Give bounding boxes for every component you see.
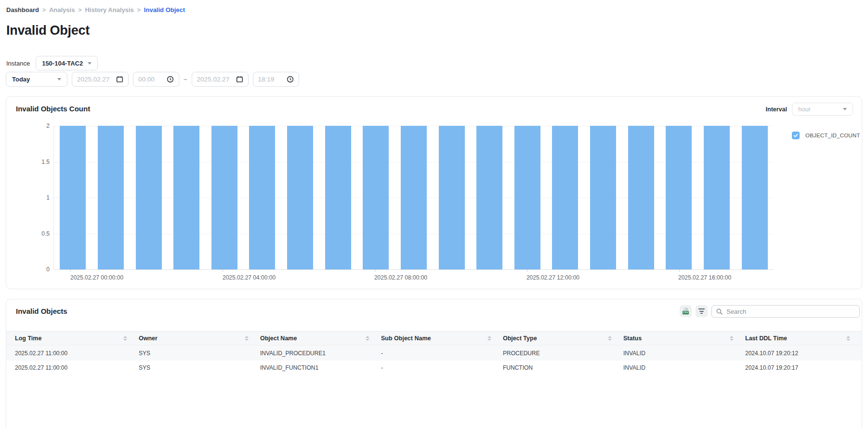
instance-label: Instance: [6, 60, 30, 67]
clock-icon[interactable]: [167, 76, 174, 83]
sort-icon[interactable]: [123, 336, 127, 341]
breadcrumb-item-invalid-object[interactable]: Invalid Object: [144, 6, 185, 13]
svg-text:CSV: CSV: [683, 311, 688, 314]
instance-row: Instance 150-104-TAC2: [6, 56, 98, 70]
sort-icon[interactable]: [245, 336, 249, 341]
y-axis-tick-label: 2: [46, 122, 50, 129]
x-axis-tick-mark: [527, 269, 527, 272]
table-card-title: Invalid Objects: [16, 307, 67, 315]
bar[interactable]: [704, 126, 730, 269]
x-axis-tick-label: 2025.02.27 08:00:00: [374, 274, 427, 281]
table-body: 2025.02.27 11:00:00SYSINVALID_PROCEDURE1…: [6, 346, 862, 375]
column-header-status[interactable]: Status: [623, 332, 745, 345]
column-header-last-ddl-time[interactable]: Last DDL Time: [745, 332, 862, 345]
invalid-objects-card: Invalid Objects CSV Log TimeOwnerObject …: [6, 299, 862, 428]
table-cell: SYS: [139, 364, 260, 371]
bar[interactable]: [249, 126, 275, 269]
breadcrumb-item-dashboard[interactable]: Dashboard: [6, 6, 39, 13]
bar[interactable]: [60, 126, 86, 269]
chart-card-title: Invalid Objects Count: [16, 105, 90, 113]
bar[interactable]: [552, 126, 578, 269]
sort-icon[interactable]: [366, 336, 369, 341]
filter-icon: [698, 308, 705, 314]
table-row[interactable]: 2025.02.27 11:00:00SYSINVALID_FUNCTION1-…: [6, 361, 862, 375]
bar[interactable]: [514, 126, 540, 269]
csv-export-button[interactable]: CSV: [680, 305, 692, 317]
legend-checkbox[interactable]: [792, 132, 800, 139]
y-axis-tick-label: 1: [46, 194, 50, 201]
search-input[interactable]: [725, 308, 855, 316]
bar[interactable]: [628, 126, 654, 269]
x-axis-tick-label: 2025.02.27 16:00:00: [678, 274, 731, 281]
end-date-input[interactable]: 2025.02.27: [192, 72, 249, 87]
x-axis-tick-label: 2025.02.27 12:00:00: [526, 274, 579, 281]
table-cell: SYS: [139, 350, 260, 357]
instance-select[interactable]: 150-104-TAC2: [36, 56, 98, 70]
range-preset-select[interactable]: Today: [6, 72, 67, 87]
start-date-value: 2025.02.27: [77, 76, 110, 83]
interval-select-value: hour: [798, 106, 811, 113]
bar[interactable]: [401, 126, 427, 269]
column-header-sub-object-name[interactable]: Sub Object Name: [381, 332, 503, 345]
legend-label: OBJECT_ID_COUNT: [805, 133, 860, 138]
column-header-label: Status: [623, 335, 642, 342]
bar[interactable]: [287, 126, 313, 269]
table-cell: FUNCTION: [503, 364, 623, 371]
start-date-input[interactable]: 2025.02.27: [72, 72, 129, 87]
sort-icon[interactable]: [730, 336, 734, 341]
clock-icon[interactable]: [287, 76, 294, 83]
sort-icon[interactable]: [487, 336, 491, 341]
search-box: [711, 305, 860, 318]
bar[interactable]: [98, 126, 124, 269]
y-axis-tick-label: 1.5: [41, 159, 50, 165]
date-filter-row: Today 2025.02.27 00:00 ~ 2025.02.27 18:1…: [6, 72, 299, 87]
bar[interactable]: [590, 126, 616, 269]
bar[interactable]: [666, 126, 692, 269]
bar[interactable]: [439, 126, 465, 269]
bar[interactable]: [136, 126, 162, 269]
column-header-label: Sub Object Name: [381, 335, 431, 342]
calendar-icon[interactable]: [236, 76, 243, 83]
check-icon: [793, 133, 798, 138]
column-header-object-type[interactable]: Object Type: [503, 332, 623, 345]
table-cell: 2024.10.07 19:20:12: [745, 350, 862, 357]
filter-button[interactable]: [696, 305, 708, 317]
table-cell: -: [381, 364, 503, 371]
bar[interactable]: [173, 126, 199, 269]
table-cell: INVALID: [623, 364, 745, 371]
chart-y-axis-labels: 21.510.50: [26, 126, 50, 269]
table-cell: INVALID_FUNCTION1: [260, 364, 381, 371]
page-title: Invalid Object: [6, 23, 90, 38]
bar[interactable]: [476, 126, 502, 269]
sort-icon[interactable]: [608, 336, 612, 341]
start-time-input[interactable]: 00:00: [133, 72, 179, 87]
table-cell: INVALID_PROCEDURE1: [260, 350, 381, 357]
interval-select[interactable]: hour: [792, 103, 853, 116]
column-header-owner[interactable]: Owner: [139, 332, 260, 345]
breadcrumb-item-history-analysis[interactable]: History Analysis: [85, 6, 133, 13]
breadcrumb-separator: >: [42, 7, 46, 13]
y-axis-tick-label: 0.5: [41, 230, 50, 237]
breadcrumb: Dashboard > Analysis > History Analysis …: [6, 6, 185, 13]
bar[interactable]: [363, 126, 389, 269]
chart-x-axis-ticks: [54, 269, 774, 272]
bar[interactable]: [325, 126, 351, 269]
calendar-icon[interactable]: [116, 76, 123, 83]
column-header-object-name[interactable]: Object Name: [260, 332, 381, 345]
range-preset-value: Today: [12, 76, 30, 83]
bar[interactable]: [742, 126, 768, 269]
x-axis-tick-mark: [223, 269, 223, 272]
table-cell: -: [381, 350, 503, 357]
y-axis-tick-label: 0: [46, 266, 50, 273]
table-row[interactable]: 2025.02.27 11:00:00SYSINVALID_PROCEDURE1…: [6, 346, 862, 361]
sort-icon[interactable]: [846, 336, 850, 341]
end-time-input[interactable]: 18:19: [253, 72, 299, 87]
bar-chart-plot-area: [54, 126, 774, 269]
column-header-log-time[interactable]: Log Time: [15, 332, 139, 345]
breadcrumb-separator: >: [137, 7, 141, 13]
table-header-row: Log TimeOwnerObject NameSub Object NameO…: [6, 331, 862, 346]
end-time-value: 18:19: [258, 76, 275, 83]
legend-item-object-id-count[interactable]: OBJECT_ID_COUNT: [792, 132, 860, 139]
breadcrumb-item-analysis[interactable]: Analysis: [49, 6, 75, 13]
bar[interactable]: [211, 126, 237, 269]
